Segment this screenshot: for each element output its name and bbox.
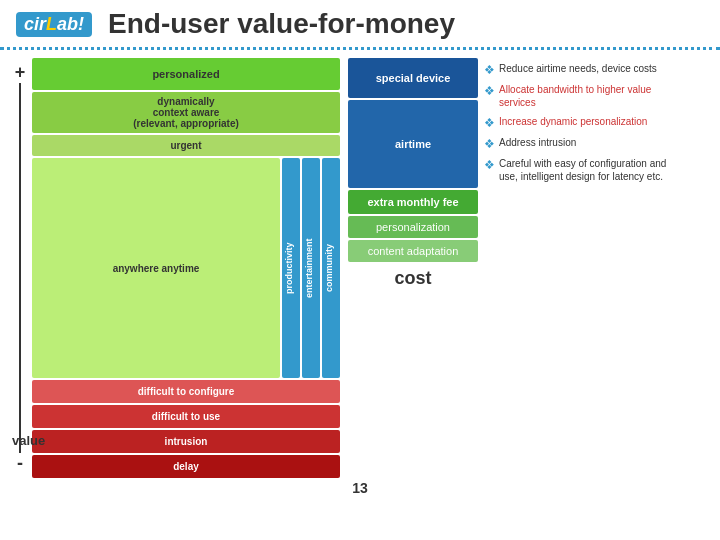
productivity-col: productivity xyxy=(282,158,300,378)
page-title: End-user value-for-money xyxy=(108,8,455,40)
extra-monthly-box: extra monthly fee xyxy=(348,190,478,214)
dot-separator xyxy=(0,44,720,50)
anywhere-row: anywhere anytime productivity entertainm… xyxy=(32,158,340,378)
bullet-text: Careful with easy of configuration and u… xyxy=(499,157,674,183)
anywhere-block: anywhere anytime xyxy=(32,158,280,378)
bullet-item: ❖Address intrusion xyxy=(484,136,674,151)
intrusion-block: intrusion xyxy=(32,430,340,453)
bullet-text: Address intrusion xyxy=(499,136,576,149)
bullet-list: ❖Reduce airtime needs, device costs❖Allo… xyxy=(484,58,674,478)
personalized-block: personalized xyxy=(32,58,340,90)
bullet-text: Reduce airtime needs, device costs xyxy=(499,62,657,75)
delay-block: delay xyxy=(32,455,340,478)
bullet-diamond-icon: ❖ xyxy=(484,84,495,98)
bullet-item: ❖Careful with easy of configuration and … xyxy=(484,157,674,183)
difficult-configure-block: difficult to configure xyxy=(32,380,340,403)
content-adaptation-box: content adaptation xyxy=(348,240,478,262)
entertainment-col: entertainment xyxy=(302,158,320,378)
bullet-diamond-icon: ❖ xyxy=(484,116,495,130)
airtime-box: airtime xyxy=(348,100,478,188)
cost-boxes: special device airtime extra monthly fee… xyxy=(348,58,478,478)
bullet-item: ❖Reduce airtime needs, device costs xyxy=(484,62,674,77)
bullet-diamond-icon: ❖ xyxy=(484,63,495,77)
axis-line xyxy=(19,83,21,453)
community-col: community xyxy=(322,158,340,378)
bullet-item: ❖Allocate bandwidth to higher value serv… xyxy=(484,83,674,109)
special-device-box: special device xyxy=(348,58,478,98)
diagram-section: + - value personalized dynamically conte… xyxy=(10,58,340,478)
urgent-block: urgent xyxy=(32,135,340,156)
bullet-text: Increase dynamic personalization xyxy=(499,115,647,128)
value-axis: + - value xyxy=(10,58,30,478)
logo: cirLab! xyxy=(16,12,92,37)
axis-plus: + xyxy=(15,62,26,83)
bullet-diamond-icon: ❖ xyxy=(484,137,495,151)
stacked-blocks: personalized dynamically context aware (… xyxy=(32,58,340,478)
dynamically-block: dynamically context aware (relevant, app… xyxy=(32,92,340,133)
page-number: 13 xyxy=(0,478,720,498)
personalization-box: personalization xyxy=(348,216,478,238)
cost-label: cost xyxy=(348,264,478,293)
right-section: special device airtime extra monthly fee… xyxy=(348,58,710,478)
bullet-item: ❖Increase dynamic personalization xyxy=(484,115,674,130)
axis-minus: - xyxy=(17,453,23,474)
bullet-text: Allocate bandwidth to higher value servi… xyxy=(499,83,674,109)
difficult-use-block: difficult to use xyxy=(32,405,340,428)
axis-value-label: value xyxy=(12,433,45,448)
header: cirLab! End-user value-for-money xyxy=(0,0,720,44)
bullet-diamond-icon: ❖ xyxy=(484,158,495,172)
